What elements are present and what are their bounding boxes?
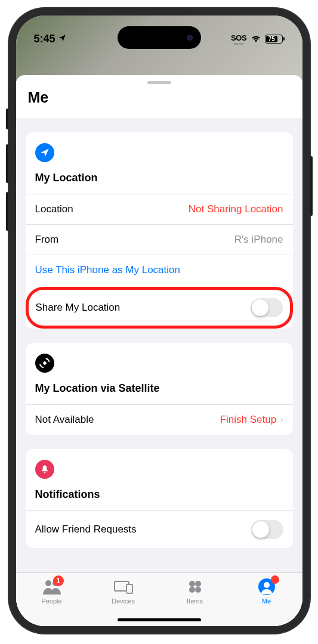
allow-friend-requests-row[interactable]: Allow Friend Requests (26, 510, 293, 548)
tab-items[interactable]: Items (159, 573, 231, 619)
bell-icon (35, 460, 54, 479)
screen: 5:45 SOS 75 M (16, 16, 302, 626)
volume-down-button (6, 192, 8, 231)
allow-friend-requests-toggle[interactable] (251, 520, 283, 539)
tab-me[interactable]: Me (231, 573, 302, 619)
section-heading: My Location via Satellite (35, 382, 283, 395)
satellite-status-row[interactable]: Not Available Finish Setup › (26, 404, 293, 435)
highlight-callout: Share My Location (26, 287, 293, 329)
section-heading: Notifications (35, 488, 283, 501)
link-text: Use This iPhone as My Location (35, 264, 180, 276)
svg-point-10 (264, 582, 270, 588)
share-my-location-row[interactable]: Share My Location (29, 290, 290, 326)
row-label: Allow Friend Requests (35, 524, 137, 535)
row-label: Not Available (35, 414, 94, 426)
location-row[interactable]: Location Not Sharing Location (26, 194, 293, 224)
sheet-body[interactable]: My Location Location Not Sharing Locatio… (16, 118, 302, 626)
side-button (6, 109, 8, 129)
tab-devices[interactable]: Devices (88, 573, 159, 619)
tab-label: Me (262, 597, 271, 605)
svg-rect-4 (126, 584, 132, 593)
power-button (310, 156, 313, 216)
navigation-icon (35, 143, 54, 162)
dynamic-island (118, 26, 201, 49)
satellite-icon (35, 354, 54, 373)
badge: 1 (53, 575, 64, 586)
from-row[interactable]: From R's iPhone (26, 224, 293, 255)
status-time: 5:45 (34, 33, 55, 45)
tab-label: People (41, 597, 61, 605)
svg-point-5 (189, 581, 195, 587)
phone-frame: 5:45 SOS 75 M (8, 7, 311, 634)
tab-people[interactable]: 1 People (16, 573, 88, 619)
row-action: Finish Setup (220, 414, 277, 426)
sos-indicator: SOS (231, 33, 247, 45)
satellite-card: My Location via Satellite Not Available … (26, 343, 293, 435)
devices-icon (113, 578, 134, 596)
badge-dot (271, 575, 279, 584)
home-indicator[interactable] (118, 618, 201, 621)
location-arrow-icon (58, 33, 66, 45)
svg-point-7 (189, 587, 195, 593)
volume-up-button (6, 144, 8, 183)
wifi-icon (251, 34, 261, 44)
svg-point-1 (45, 580, 51, 586)
my-location-card: My Location Location Not Sharing Locatio… (26, 132, 293, 329)
page-title: Me (16, 89, 302, 118)
me-sheet: Me My Location Location Not Sharing Loca… (16, 75, 302, 626)
items-icon (188, 578, 202, 596)
notifications-card: Notifications Allow Friend Requests (26, 449, 293, 548)
svg-rect-0 (42, 361, 47, 365)
share-location-toggle[interactable] (251, 298, 283, 317)
row-value: Not Sharing Location (189, 203, 283, 215)
row-value: R's iPhone (234, 234, 283, 246)
row-label: Location (35, 203, 73, 215)
battery-indicator: 75 (265, 35, 285, 44)
tab-label: Items (187, 597, 203, 605)
sheet-grabber[interactable] (147, 81, 171, 84)
chevron-right-icon: › (280, 414, 283, 425)
tab-label: Devices (112, 597, 135, 605)
svg-point-8 (195, 587, 201, 593)
svg-point-6 (195, 581, 201, 587)
use-this-iphone-row[interactable]: Use This iPhone as My Location (26, 255, 293, 285)
section-heading: My Location (35, 172, 283, 184)
row-label: Share My Location (36, 302, 121, 314)
row-label: From (35, 234, 59, 246)
